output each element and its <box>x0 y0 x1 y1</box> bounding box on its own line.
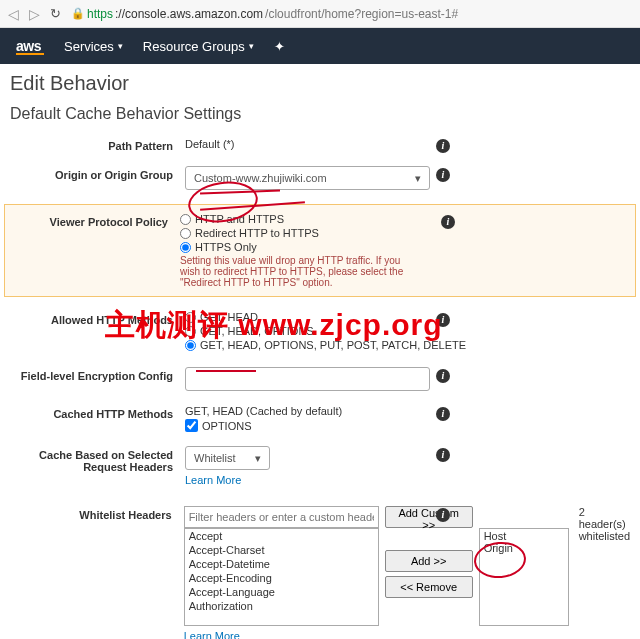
label-field-encryption: Field-level Encryption Config <box>10 367 185 382</box>
label-cache-headers: Cache Based on Selected Request Headers <box>10 446 185 473</box>
forward-icon[interactable]: ▷ <box>29 6 40 22</box>
back-icon[interactable]: ◁ <box>8 6 19 22</box>
chevron-down-icon: ▾ <box>255 452 261 465</box>
label-whitelist-headers: Whitelist Headers <box>10 506 184 521</box>
section-title: Default Cache Behavior Settings <box>10 105 630 123</box>
services-menu[interactable]: Services▾ <box>64 39 123 54</box>
label-allowed-methods: Allowed HTTP Methods <box>10 311 185 326</box>
radio-redirect[interactable] <box>180 228 191 239</box>
info-icon[interactable]: i <box>436 168 450 182</box>
url-host: ://console.aws.amazon.com <box>115 7 263 21</box>
chevron-down-icon: ▾ <box>415 172 421 185</box>
info-icon[interactable]: i <box>436 139 450 153</box>
aws-header: aws Services▾ Resource Groups▾ ✦ <box>0 28 640 64</box>
label-origin: Origin or Origin Group <box>10 166 185 181</box>
page-title: Edit Behavior <box>10 72 630 95</box>
browser-toolbar: ◁ ▷ ↻ 🔒 https ://console.aws.amazon.com … <box>0 0 640 28</box>
learn-more-link[interactable]: Learn More <box>185 474 630 486</box>
radio-http-https[interactable] <box>180 214 191 225</box>
chevron-down-icon: ▾ <box>118 41 123 51</box>
field-encryption-input[interactable] <box>185 367 430 391</box>
list-item: Accept-Encoding <box>185 571 378 585</box>
radio-all-methods[interactable] <box>185 340 196 351</box>
whitelisted-headers-list[interactable]: Host Origin <box>479 528 569 626</box>
list-item: Accept-Language <box>185 585 378 599</box>
aws-logo[interactable]: aws <box>16 38 44 55</box>
cache-headers-select[interactable]: Whitelist▾ <box>185 446 270 470</box>
warning-text: Setting this value will drop any HTTP tr… <box>180 255 410 288</box>
list-item: Authorization <box>185 599 378 613</box>
url-bar[interactable]: 🔒 https ://console.aws.amazon.com /cloud… <box>71 7 632 21</box>
highlighted-setting: Viewer Protocol Policy HTTP and HTTPS Re… <box>4 204 636 297</box>
remove-button[interactable]: << Remove <box>385 576 473 598</box>
radio-https-only[interactable] <box>180 242 191 253</box>
list-item: Host <box>484 530 564 542</box>
list-item: Accept <box>185 529 378 543</box>
filter-headers-input[interactable] <box>184 506 379 528</box>
lock-icon: 🔒 <box>71 7 85 20</box>
radio-get-head[interactable] <box>185 312 196 323</box>
available-headers-list[interactable]: Accept Accept-Charset Accept-Datetime Ac… <box>184 528 379 626</box>
info-icon[interactable]: i <box>436 508 450 522</box>
add-custom-button[interactable]: Add Custom >> <box>385 506 473 528</box>
radio-get-head-options[interactable] <box>185 326 196 337</box>
url-path: /cloudfront/home?region=us-east-1# <box>265 7 458 21</box>
pin-icon[interactable]: ✦ <box>274 39 285 54</box>
resource-groups-menu[interactable]: Resource Groups▾ <box>143 39 254 54</box>
value-path-pattern: Default (*) <box>185 138 235 150</box>
url-scheme: https <box>87 7 113 21</box>
label-cached-methods: Cached HTTP Methods <box>10 405 185 420</box>
list-item: Accept-Datetime <box>185 557 378 571</box>
whitelisted-count: 2 header(s) whitelisted <box>579 506 630 542</box>
chevron-down-icon: ▾ <box>249 41 254 51</box>
list-item: Origin <box>484 542 564 554</box>
info-icon[interactable]: i <box>436 313 450 327</box>
list-item: Accept-Charset <box>185 543 378 557</box>
info-icon[interactable]: i <box>436 407 450 421</box>
add-button[interactable]: Add >> <box>385 550 473 572</box>
info-icon[interactable]: i <box>436 369 450 383</box>
learn-more-link[interactable]: Learn More <box>184 630 630 639</box>
label-path-pattern: Path Pattern <box>10 137 185 152</box>
label-viewer-protocol: Viewer Protocol Policy <box>5 213 180 228</box>
reload-icon[interactable]: ↻ <box>50 6 61 21</box>
checkbox-options[interactable] <box>185 419 198 432</box>
info-icon[interactable]: i <box>436 448 450 462</box>
origin-select[interactable]: Custom-www.zhujiwiki.com▾ <box>185 166 430 190</box>
cached-default-text: GET, HEAD (Cached by default) <box>185 405 630 417</box>
info-icon[interactable]: i <box>441 215 455 229</box>
